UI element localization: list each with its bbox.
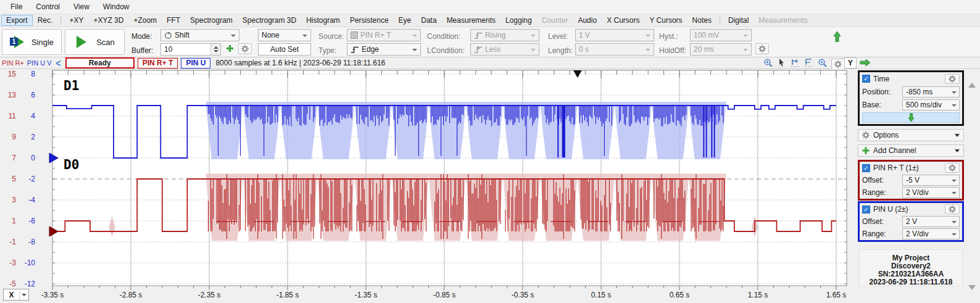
channel-pin-rt-section: ✓ PIN R+ T (1±) Offset: -5 V Range: 2 V/… [858, 160, 964, 201]
edge-type-icon [351, 46, 359, 54]
channel-rt-gear-icon[interactable] [945, 163, 960, 173]
single-icon: 1 [10, 35, 26, 49]
y-axis-button[interactable]: Y [844, 57, 857, 68]
toolbar-item-histogram[interactable]: Histogram [301, 15, 345, 26]
scan-button[interactable]: Scan [65, 29, 125, 55]
panel-scroll-up-icon[interactable] [968, 83, 976, 88]
toolbar-item-spectrogram-3d[interactable]: Spectrogram 3D [238, 15, 301, 26]
toolbar-item-counter: Counter [537, 15, 573, 26]
hyst-dropdown[interactable]: 100 mV [690, 29, 752, 41]
source-dropdown[interactable]: PIN R+ T [347, 29, 421, 41]
x-axis-button[interactable]: X [3, 289, 29, 301]
menu-bar: FileControlViewWindow [0, 0, 980, 14]
y-cursor-add-icon[interactable] [804, 58, 814, 70]
time-gear-icon[interactable] [945, 74, 960, 84]
buffer-spinner[interactable]: 10 [160, 43, 221, 56]
panel-scroll-down-icon[interactable] [968, 285, 976, 290]
toolbar-item-y-cursors[interactable]: Y Cursors [644, 15, 687, 26]
toolbar-item-notes[interactable]: Notes [687, 15, 716, 26]
auto-set-button[interactable]: Auto Set [258, 43, 311, 56]
toolbar-item-audio[interactable]: Audio [573, 15, 602, 26]
length-dropdown[interactable]: 0 s [575, 43, 654, 56]
run-mode-dropdown[interactable]: None [258, 29, 311, 41]
buffer-gear-icon[interactable] [238, 43, 252, 54]
axis-header-pin-rt[interactable]: PIN R+ [2, 59, 24, 67]
d0-channel-label: D0 [64, 157, 79, 172]
time-base-dropdown[interactable]: 500 ms/div [902, 99, 960, 110]
axis-header-pin-u[interactable]: PIN U V [27, 59, 52, 67]
toolbar-item-spectrogram[interactable]: Spectrogram [185, 15, 238, 26]
blue-axis-tick-label: -4 [28, 196, 35, 204]
time-checkbox[interactable]: ✓ [862, 75, 870, 83]
add-channel-button[interactable]: Add Channel [858, 144, 964, 157]
red-axis-tick-label: 9 [12, 133, 16, 141]
toolbar-item-rec[interactable]: Rec. [33, 15, 58, 26]
toolbar-item-xyz-3d[interactable]: +XYZ 3D [88, 15, 128, 26]
single-label: Single [31, 38, 54, 47]
green-down-arrow-icon [908, 113, 915, 122]
channel-u-checkbox[interactable]: ✓ [862, 205, 870, 214]
zoom-in-icon[interactable] [763, 58, 773, 70]
tab-pin-u[interactable]: PIN U [181, 58, 210, 68]
red-axis-tick-label: 13 [8, 91, 17, 99]
blue-axis-tick-label: -8 [28, 238, 35, 246]
add-channel-plus-icon [862, 147, 870, 154]
toolbar-item-fft[interactable]: FFT [162, 15, 185, 26]
toolbar-item-export[interactable]: Export [1, 15, 33, 26]
toolbar-item-measurements: Measurements [754, 15, 812, 26]
toolbar-item-zoom[interactable]: +Zoom [128, 15, 162, 26]
buffer-spin-arrows[interactable] [210, 44, 220, 55]
toolbar-item-x-cursors[interactable]: X Cursors [602, 15, 644, 26]
channel-rt-checkbox[interactable]: ✓ [862, 164, 870, 172]
type-dropdown[interactable]: Edge [347, 43, 421, 56]
toolbar-item-persistence[interactable]: Persistence [345, 15, 394, 26]
toolbar-item-measurements[interactable]: Measurements [442, 15, 500, 26]
pin-up-arrow-icon[interactable] [833, 31, 841, 44]
channel-u-gear-icon[interactable] [945, 204, 960, 214]
tab-pin-rt[interactable]: PIN R+ T [138, 58, 178, 68]
hyst-label: Hyst.: [659, 32, 678, 41]
pointer-select-icon[interactable] [777, 58, 787, 70]
menu-item-view[interactable]: View [67, 1, 96, 13]
channel-u-range-dropdown[interactable]: 2 V/div [902, 228, 960, 239]
expand-right-arrow-icon[interactable] [860, 59, 871, 68]
capture-info-text: 8000 samples at 1.6 kHz | 2023-06-29 11:… [215, 59, 385, 67]
toolbar-item-data[interactable]: Data [416, 15, 441, 26]
red-axis-tick-label: 5 [12, 175, 16, 183]
mode-dropdown[interactable]: Shift [160, 29, 239, 41]
time-base-label: Base: [862, 101, 899, 109]
holdoff-label: HoldOff: [659, 46, 686, 55]
level-dropdown[interactable]: 1 V [575, 29, 654, 41]
single-button[interactable]: 1 Single [2, 29, 62, 55]
plot-header: PIN R+ PIN U V < Ready PIN R+ T PIN U 80… [0, 57, 980, 69]
time-drop-target[interactable] [862, 112, 960, 123]
red-axis-tick-label: 7 [12, 154, 16, 162]
toolbar-item-xy[interactable]: +XY [64, 15, 88, 26]
channel-rt-range-dropdown[interactable]: 2 V/div [902, 187, 960, 198]
channel-rt-offset-dropdown[interactable]: -5 V [902, 175, 960, 186]
channel-panel: ✓ Time Position: -850 ms Base: 500 ms/di… [857, 69, 966, 303]
channel-rt-offset-label: Offset: [862, 176, 899, 185]
add-buffer-icon[interactable] [226, 44, 234, 54]
menu-item-control[interactable]: Control [29, 1, 67, 13]
waveform-canvas[interactable]: D1D015131197531-1-3-586420-2-4-6-8-10-12… [0, 69, 980, 303]
options-button[interactable]: Options [858, 129, 964, 141]
condition-dropdown[interactable]: Rising [470, 29, 539, 41]
plot-gear-icon[interactable] [831, 59, 845, 70]
time-position-dropdown[interactable]: -850 ms [902, 86, 960, 98]
holdoff-dropdown[interactable]: 20 ms [690, 43, 752, 56]
plot-area: D1D015131197531-1-3-586420-2-4-6-8-10-12… [0, 69, 980, 303]
trigger-gear-icon[interactable] [755, 43, 769, 54]
collapse-chevron-icon[interactable]: < [56, 57, 61, 68]
red-axis-tick-label: 15 [8, 70, 17, 78]
toolbar-item-logging[interactable]: Logging [500, 15, 537, 26]
toolbar-item-digital[interactable]: Digital [723, 15, 754, 26]
blue-axis-tick-label: -12 [25, 280, 36, 288]
lcondition-dropdown[interactable]: Less [470, 43, 539, 56]
toolbar-item-eye[interactable]: Eye [394, 15, 417, 26]
menu-item-file[interactable]: File [4, 1, 29, 13]
x-cursor-add-icon[interactable] [791, 58, 800, 70]
zoom-fit-icon[interactable] [818, 58, 828, 70]
channel-u-offset-dropdown[interactable]: 2 V [902, 216, 960, 227]
menu-item-window[interactable]: Window [96, 1, 136, 13]
